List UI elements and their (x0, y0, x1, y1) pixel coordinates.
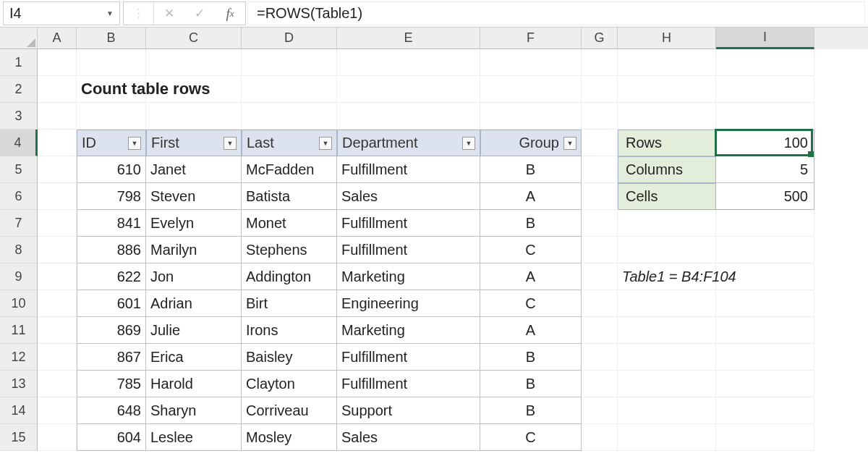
row-header-11[interactable]: 11 (0, 317, 38, 344)
cell-A7[interactable] (38, 210, 77, 237)
table-row[interactable]: 604 (77, 424, 146, 451)
table-row[interactable]: Sales (337, 424, 480, 451)
filter-icon[interactable]: ▼ (128, 137, 141, 150)
col-header-I[interactable]: I (716, 28, 814, 49)
table-row[interactable]: Stephens (242, 237, 337, 263)
cell-H13[interactable] (618, 371, 716, 397)
table-row[interactable]: Marketing (337, 263, 480, 290)
cell-H14[interactable] (618, 397, 716, 424)
cell-E3[interactable] (337, 103, 480, 130)
table-header-last[interactable]: Last▼ (242, 130, 337, 156)
cell-E1[interactable] (337, 49, 480, 76)
cell-H1[interactable] (618, 49, 716, 76)
row-header-3[interactable]: 3 (0, 103, 38, 130)
cell-G12[interactable] (582, 344, 618, 371)
table-range-note[interactable]: Table1 = B4:F104 (618, 263, 716, 290)
summary-rows-label[interactable]: Rows (618, 130, 716, 156)
cell-I8[interactable] (716, 237, 814, 263)
cell-C3[interactable] (146, 103, 242, 130)
table-row[interactable]: Birt (242, 290, 337, 317)
table-row[interactable]: Batista (242, 183, 337, 210)
table-row[interactable]: Steven (146, 183, 242, 210)
table-row[interactable]: Corriveau (242, 397, 337, 424)
table-row[interactable]: Irons (242, 317, 337, 344)
table-header-department[interactable]: Department▼ (337, 130, 480, 156)
table-row[interactable]: 841 (77, 210, 146, 237)
table-header-first[interactable]: First▼ (146, 130, 242, 156)
cell-B3[interactable] (77, 103, 146, 130)
cell-A6[interactable] (38, 183, 77, 210)
cell-I2[interactable] (716, 76, 814, 103)
cell-G10[interactable] (582, 290, 618, 317)
page-title[interactable]: Count table rows (77, 76, 146, 103)
cell-A13[interactable] (38, 371, 77, 397)
table-header-id[interactable]: ID▼ (77, 130, 146, 156)
table-row[interactable]: Evelyn (146, 210, 242, 237)
cell-G11[interactable] (582, 317, 618, 344)
table-row[interactable]: Fulfillment (337, 371, 480, 397)
summary-rows-value[interactable]: 100 (716, 130, 814, 156)
cell-A9[interactable] (38, 263, 77, 290)
cell-I10[interactable] (716, 290, 814, 317)
cell-A8[interactable] (38, 237, 77, 263)
table-row[interactable]: Jon (146, 263, 242, 290)
row-header-2[interactable]: 2 (0, 76, 38, 103)
cell-A10[interactable] (38, 290, 77, 317)
cell-G7[interactable] (582, 210, 618, 237)
table-row[interactable]: Support (337, 397, 480, 424)
row-header-9[interactable]: 9 (0, 263, 38, 290)
table-row[interactable]: Addington (242, 263, 337, 290)
cell-F1[interactable] (480, 49, 582, 76)
cell-H3[interactable] (618, 103, 716, 130)
table-row[interactable]: C (480, 290, 582, 317)
cell-G13[interactable] (582, 371, 618, 397)
cell-I15[interactable] (716, 424, 814, 451)
cell-E2[interactable] (337, 76, 480, 103)
table-row[interactable]: Fulfillment (337, 210, 480, 237)
table-row[interactable]: C (480, 237, 582, 263)
filter-icon[interactable]: ▼ (319, 137, 332, 150)
row-header-7[interactable]: 7 (0, 210, 38, 237)
row-header-8[interactable]: 8 (0, 237, 38, 263)
col-header-D[interactable]: D (242, 28, 337, 49)
cell-I3[interactable] (716, 103, 814, 130)
cell-A4[interactable] (38, 130, 77, 156)
summary-cols-value[interactable]: 5 (716, 156, 814, 183)
cell-H12[interactable] (618, 344, 716, 371)
table-row[interactable]: Marilyn (146, 237, 242, 263)
table-row[interactable]: Harold (146, 371, 242, 397)
table-row[interactable]: 886 (77, 237, 146, 263)
table-row[interactable]: A (480, 263, 582, 290)
cell-D1[interactable] (242, 49, 337, 76)
table-row[interactable]: Marketing (337, 317, 480, 344)
row-header-14[interactable]: 14 (0, 397, 38, 424)
cell-G2[interactable] (582, 76, 618, 103)
name-box[interactable]: I4 ▼ (3, 1, 120, 25)
row-header-15[interactable]: 15 (0, 424, 38, 451)
table-row[interactable]: B (480, 156, 582, 183)
cell-I12[interactable] (716, 344, 814, 371)
table-row[interactable]: Fulfillment (337, 156, 480, 183)
filter-icon[interactable]: ▼ (462, 137, 475, 150)
col-header-E[interactable]: E (337, 28, 480, 49)
table-row[interactable]: Baisley (242, 344, 337, 371)
cell-H10[interactable] (618, 290, 716, 317)
table-row[interactable]: Erica (146, 344, 242, 371)
table-row[interactable]: Sales (337, 183, 480, 210)
cell-I9[interactable] (716, 263, 814, 290)
cell-A11[interactable] (38, 317, 77, 344)
table-row[interactable]: Monet (242, 210, 337, 237)
summary-cols-label[interactable]: Columns (618, 156, 716, 183)
table-row[interactable]: 622 (77, 263, 146, 290)
cell-A12[interactable] (38, 344, 77, 371)
cell-F2[interactable] (480, 76, 582, 103)
filter-icon[interactable]: ▼ (563, 137, 576, 150)
cell-G5[interactable] (582, 156, 618, 183)
cell-D3[interactable] (242, 103, 337, 130)
table-row[interactable]: B (480, 210, 582, 237)
cell-A14[interactable] (38, 397, 77, 424)
summary-cells-value[interactable]: 500 (716, 183, 814, 210)
cell-C1[interactable] (146, 49, 242, 76)
col-header-H[interactable]: H (618, 28, 716, 49)
cell-G14[interactable] (582, 397, 618, 424)
